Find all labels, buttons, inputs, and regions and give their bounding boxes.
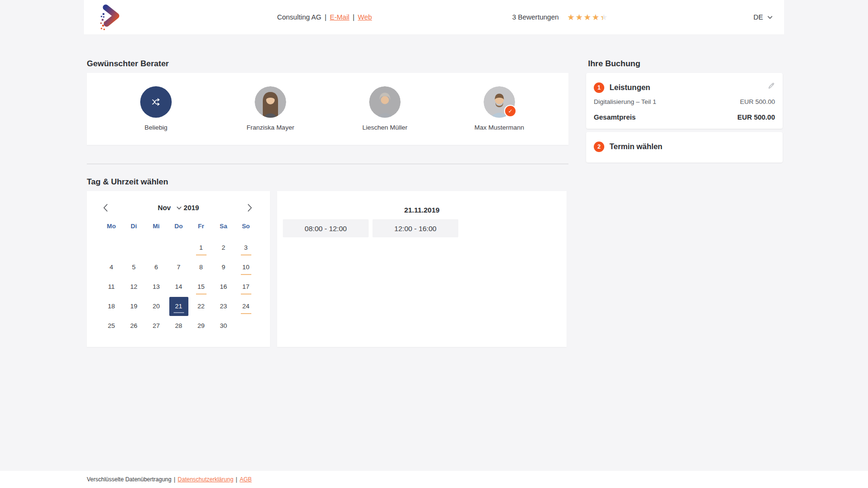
service-row: Digitalisierung – Teil 1 EUR 500.00 [594, 98, 775, 105]
calendar-day[interactable]: 11 [102, 277, 121, 296]
reviews-link[interactable]: 3 Bewertungen ★★★★★ ★★★★★ [512, 0, 609, 34]
slot-list: 08:00 - 12:0012:00 - 16:00 [283, 219, 458, 237]
advisor-name: Beliebig [145, 124, 167, 131]
calendar-empty-cell [235, 316, 257, 336]
separator: | [353, 13, 355, 21]
calendar-day[interactable]: 1 [192, 238, 211, 257]
company-logo [97, 3, 124, 31]
scheduler-heading: Tag & Uhrzeit wählen [87, 177, 168, 187]
star-fill-icons: ★★★★★ [568, 13, 603, 21]
step-title: Termin wählen [610, 142, 662, 151]
total-row: Gesamtpreis EUR 500.00 [594, 113, 775, 121]
calendar-day[interactable]: 7 [169, 258, 188, 277]
calendar-empty-cell [100, 238, 123, 257]
advisors-heading: Gewünschter Berater [87, 59, 169, 69]
calendar-day[interactable]: 15 [192, 277, 211, 296]
calendar-empty-cell [145, 238, 167, 257]
calendar-day[interactable]: 13 [147, 277, 166, 296]
service-price: EUR 500.00 [740, 98, 775, 105]
calendar-day[interactable]: 10 [237, 258, 256, 277]
calendar-day[interactable]: 17 [237, 277, 256, 296]
advisor-photo [369, 86, 401, 118]
total-price: EUR 500.00 [737, 113, 775, 121]
next-month-button[interactable] [247, 203, 254, 213]
language-selected: DE [754, 13, 763, 21]
reviews-count: 3 Bewertungen [512, 13, 559, 21]
company-name: Consulting AG [277, 13, 321, 21]
calendar-day[interactable]: 18 [102, 297, 121, 316]
calendar-day[interactable]: 12 [124, 277, 144, 296]
chevron-down-icon [767, 16, 773, 19]
calendar-day[interactable]: 26 [124, 316, 144, 336]
timeslots-panel: 21.11.2019 08:00 - 12:0012:00 - 16:00 [277, 191, 567, 347]
header-bar: Consulting AG | E-Mail | Web 3 Bewertung… [84, 0, 784, 34]
service-name: Digitalisierung – Teil 1 [594, 98, 656, 105]
calendar-day[interactable]: 16 [214, 277, 233, 296]
web-link[interactable]: Web [358, 13, 372, 21]
selected-check-badge: ✓ [504, 105, 517, 117]
calendar-day[interactable]: 28 [169, 316, 188, 336]
calendar-day[interactable]: 5 [124, 258, 144, 277]
calendar-day[interactable]: 4 [102, 258, 121, 277]
booking-step-appointment[interactable]: 2 Termin wählen [586, 132, 783, 163]
calendar-day[interactable]: 24 [237, 297, 256, 316]
calendar-weekday: Do [167, 223, 190, 230]
calendar-weekday: Di [123, 223, 145, 230]
calendar-grid: 1234567891011121314151617181920212223242… [100, 238, 257, 336]
privacy-policy-link[interactable]: Datenschutzerklärung [178, 476, 234, 483]
separator: | [236, 476, 237, 483]
year-dropdown[interactable]: 2019 [176, 204, 199, 212]
edit-pencil-icon[interactable] [767, 82, 775, 92]
footer-bar: Verschlüsselte Datenübertragung | Datens… [0, 471, 868, 488]
step-number-badge: 2 [594, 142, 604, 152]
total-label: Gesamtpreis [594, 113, 636, 121]
advisor-name: Max Mustermann [475, 124, 524, 131]
logo-arrow-icon [97, 3, 124, 31]
calendar-day[interactable]: 27 [147, 316, 166, 336]
footer-security-text: Verschlüsselte Datenübertragung [87, 476, 171, 483]
calendar-day[interactable]: 29 [192, 316, 211, 336]
step-number-badge: 1 [594, 82, 604, 93]
terms-link[interactable]: AGB [239, 476, 251, 483]
time-slot-button[interactable]: 08:00 - 12:00 [283, 219, 369, 237]
separator: | [325, 13, 327, 21]
check-icon: ✓ [508, 108, 512, 114]
advisor-name: Franziska Mayer [247, 124, 294, 131]
email-link[interactable]: E-Mail [330, 13, 349, 21]
calendar-day[interactable]: 6 [147, 258, 166, 277]
calendar-day[interactable]: 20 [147, 297, 166, 316]
calendar-day[interactable]: 23 [214, 297, 233, 316]
calendar-day[interactable]: 30 [214, 316, 233, 336]
language-dropdown[interactable]: DE [754, 0, 773, 34]
time-slot-button[interactable]: 12:00 - 16:00 [372, 219, 458, 237]
calendar-weekdays: MoDiMiDoFrSaSo [100, 223, 257, 230]
section-divider [87, 163, 568, 164]
calendar-day[interactable]: 8 [192, 258, 211, 277]
step-title: Leistungen [610, 83, 650, 92]
company-contact: Consulting AG | E-Mail | Web [277, 0, 372, 34]
calendar-day[interactable]: 25 [102, 316, 121, 336]
calendar-empty-cell [167, 238, 190, 257]
calendar-day[interactable]: 19 [124, 297, 144, 316]
shuffle-icon [151, 97, 161, 107]
any-advisor-avatar [140, 86, 172, 118]
selected-date-label: 21.11.2019 [277, 206, 567, 214]
calendar-weekday: Sa [212, 223, 235, 230]
star-rating: ★★★★★ ★★★★★ [568, 13, 609, 21]
advisor-item[interactable]: Franziska Mayer [213, 73, 328, 145]
separator: | [174, 476, 175, 483]
calendar-weekday: Mi [145, 223, 167, 230]
calendar-day[interactable]: 3 [237, 238, 256, 257]
calendar-day[interactable]: 9 [214, 258, 233, 277]
advisor-item[interactable]: Lieschen Müller [328, 73, 442, 145]
calendar-day-selected[interactable]: 21 [169, 297, 188, 316]
calendar-day[interactable]: 22 [192, 297, 211, 316]
booking-page: Consulting AG | E-Mail | Web 3 Bewertung… [0, 0, 868, 488]
advisors-panel: Beliebig Franziska Maye [87, 73, 568, 145]
calendar-day[interactable]: 14 [169, 277, 188, 296]
calendar-day[interactable]: 2 [214, 238, 233, 257]
advisor-item-any[interactable]: Beliebig [99, 73, 213, 145]
calendar-empty-cell [123, 238, 145, 257]
advisor-photo [255, 86, 286, 118]
advisor-item-selected[interactable]: ✓ Max Mustermann [442, 73, 557, 145]
